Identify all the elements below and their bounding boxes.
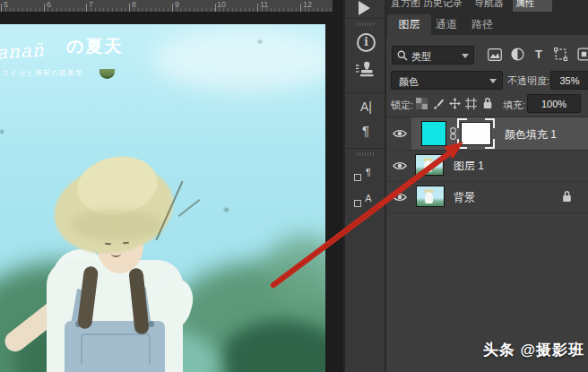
thumbnail-figure	[424, 160, 432, 172]
lock-transparency-icon[interactable]	[416, 98, 428, 109]
fill-value: 100%	[528, 99, 580, 109]
cloud	[152, 29, 325, 91]
pasteboard	[325, 12, 343, 372]
paragraph-panel-icon[interactable]: ¶	[358, 123, 374, 138]
lock-pixels-brush-icon[interactable]	[433, 98, 445, 109]
divider	[345, 148, 387, 149]
ruler-number: 11	[260, 0, 268, 10]
layer-row-color-fill[interactable]: 颜色填充 1	[386, 117, 588, 151]
ruler-number: 7	[89, 0, 93, 10]
layers-tab-bar: 图层 通道 路径	[386, 12, 588, 35]
layers-panel: 直方图 历史记录 导航器 属性 图层 通道 路径 类型 T	[385, 0, 588, 372]
ruler-number: 5	[4, 0, 8, 10]
ruler-number: 8	[132, 0, 136, 10]
tab-layers[interactable]: 图层	[387, 14, 431, 35]
thumbnail-figure	[425, 192, 433, 203]
layer-thumbnail[interactable]	[416, 155, 443, 175]
layer-name[interactable]: 背景	[454, 190, 475, 205]
tab-channels[interactable]: 通道	[436, 17, 457, 32]
panel-group-tabs: 直方图 历史记录 导航器 属性	[386, 0, 588, 12]
search-icon	[397, 50, 408, 61]
lock-all-icon[interactable]	[482, 97, 493, 109]
drag-handle[interactable]	[357, 152, 375, 156]
blend-mode-value: 颜色	[399, 75, 419, 89]
drag-handle[interactable]	[357, 22, 375, 26]
tab-histogram[interactable]: 直方图	[388, 0, 424, 12]
character-styles-glyph: A	[365, 193, 371, 203]
lock-artboard-icon[interactable]	[465, 98, 477, 109]
hat-shadow	[70, 209, 163, 241]
actions-play-icon[interactable]	[359, 1, 370, 15]
eye-icon	[393, 160, 407, 171]
watermelon-icon	[99, 69, 115, 79]
speck	[258, 40, 262, 43]
document-canvas[interactable]: anan̈ の夏天 スイカと薄荷の夏美学	[0, 24, 325, 372]
panel-dock: i A| ¶ ¶ A	[343, 0, 385, 372]
opacity-label: 不透明度:	[507, 74, 549, 88]
eye-icon	[393, 128, 407, 139]
photo-title-caption: の夏天	[66, 35, 123, 58]
watermark-handle: @摄影班	[520, 342, 584, 359]
layer-mask-thumbnail[interactable]	[457, 118, 495, 149]
tab-paths[interactable]: 路径	[471, 17, 493, 32]
layer-name[interactable]: 颜色填充 1	[505, 127, 557, 143]
twig	[178, 199, 201, 217]
chevron-down-icon	[462, 54, 469, 58]
filter-adjustment-layers-icon[interactable]	[511, 48, 524, 61]
filter-kind-label: 类型	[411, 50, 431, 64]
paragraph-styles-panel-icon[interactable]: ¶	[360, 163, 376, 179]
visibility-toggle[interactable]	[386, 181, 411, 212]
filter-smart-objects-icon[interactable]	[577, 48, 588, 61]
pasteboard	[0, 12, 343, 24]
character-panel-icon[interactable]: A|	[354, 99, 378, 114]
layer-row-background[interactable]: 背景	[386, 181, 588, 213]
fill-label: 填充:	[503, 99, 525, 112]
filter-shape-layers-icon[interactable]	[554, 48, 567, 61]
watermark: 头条 @摄影班	[483, 340, 584, 360]
panel-square-glyph	[354, 200, 361, 207]
tab-history[interactable]: 历史记录	[420, 0, 471, 12]
fill-field[interactable]: 100%	[527, 94, 581, 113]
link-icon	[449, 127, 457, 140]
photo-script-caption: anan̈	[0, 39, 45, 64]
opacity-field[interactable]: 35%	[550, 71, 588, 90]
divider	[345, 92, 387, 93]
layer-filter-kind-dropdown[interactable]: 类型	[392, 46, 474, 65]
tab-navigator[interactable]: 导航器	[471, 0, 509, 12]
paragraph-styles-glyph: ¶	[366, 167, 371, 177]
chevron-down-icon	[489, 79, 497, 83]
info-panel-icon[interactable]: i	[357, 33, 376, 52]
mask-thumbnail-white	[462, 123, 490, 144]
background-lock-icon	[562, 190, 572, 203]
ruler-number: 9	[175, 0, 179, 10]
layer-thumbnail[interactable]	[417, 186, 444, 206]
lock-label: 锁定:	[391, 99, 413, 112]
photoshop-window: 5 6 7 8 9 10 11 12	[0, 0, 588, 372]
eye-icon	[393, 192, 407, 203]
blend-mode-dropdown[interactable]: 颜色	[391, 71, 503, 90]
lock-position-move-icon[interactable]	[449, 98, 461, 109]
photo-subtitle-caption: スイカと薄荷の夏美学	[2, 68, 83, 78]
layer-row-layer1[interactable]: 图层 1	[386, 150, 588, 182]
overall-pocket	[81, 333, 151, 364]
girl-smile	[111, 250, 121, 257]
visibility-toggle[interactable]	[386, 117, 411, 150]
speck	[0, 130, 4, 134]
panel-square-glyph	[354, 174, 361, 181]
ruler-number: 12	[303, 0, 312, 10]
speck	[224, 208, 229, 212]
ruler-number: 6	[47, 0, 51, 10]
color-fill-swatch[interactable]	[422, 122, 445, 145]
divider	[345, 18, 387, 19]
horizontal-ruler: 5 6 7 8 9 10 11 12	[0, 0, 333, 13]
filter-pixel-layers-icon[interactable]	[488, 48, 502, 61]
watermark-brand: 头条	[483, 342, 515, 359]
layer-name[interactable]: 图层 1	[454, 159, 484, 174]
tab-properties[interactable]: 属性	[513, 0, 552, 12]
character-styles-panel-icon[interactable]: A	[360, 189, 376, 205]
visibility-toggle[interactable]	[386, 150, 411, 181]
clone-source-panel-icon[interactable]	[356, 61, 376, 81]
ruler-number: 10	[217, 0, 226, 10]
filter-type-layers-icon[interactable]: T	[535, 48, 542, 61]
opacity-value: 35%	[551, 75, 588, 86]
